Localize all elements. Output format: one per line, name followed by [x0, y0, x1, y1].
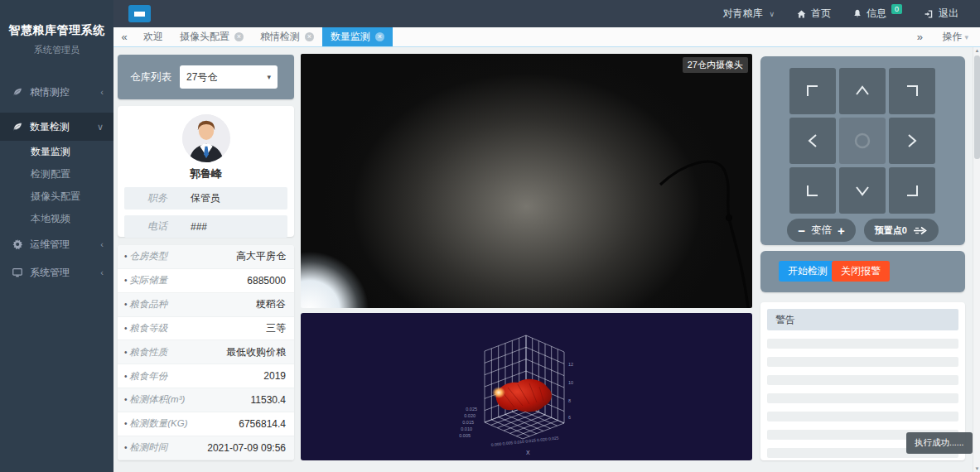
- detail-value: 2021-07-09 09:56: [207, 442, 286, 454]
- pan-up-left-button[interactable]: [789, 68, 836, 114]
- logout-link[interactable]: 退出: [924, 7, 958, 21]
- detail-row: 粮食性质最低收购价粮: [118, 340, 294, 364]
- topbar: 对青粮库 ∨ 首页 信息 0 退出: [113, 0, 980, 27]
- svg-text:0.005: 0.005: [459, 433, 471, 438]
- home-icon: [796, 9, 807, 19]
- svg-text:6: 6: [568, 415, 571, 420]
- sidebar-item-ops-management[interactable]: 运维管理 ‹: [0, 230, 113, 258]
- detail-row: 粮食年份2019: [118, 364, 294, 388]
- depot-name: 对青粮库: [722, 7, 762, 21]
- scroll-up-icon[interactable]: ▲: [973, 48, 980, 53]
- sidebar-item-system-management[interactable]: 系统管理 ‹: [0, 258, 113, 287]
- detail-value: 2019: [263, 370, 286, 382]
- sidebar-subitem-detection-config[interactable]: 检测配置: [0, 163, 113, 185]
- detail-value: 6756814.4: [239, 418, 286, 430]
- keeper-name: 郭鲁峰: [118, 166, 294, 181]
- close-icon[interactable]: ×: [234, 32, 244, 41]
- red-surface: [492, 379, 552, 412]
- tabbar: « 欢迎 摄像头配置 × 粮情检测 × 数量监测 × » 操作 ▾: [113, 27, 980, 47]
- messages-link[interactable]: 信息 0: [852, 7, 902, 21]
- tab-scroll-right-button[interactable]: »: [909, 31, 930, 43]
- sidebar-item-grain-condition[interactable]: 粮情测控 ‹: [0, 78, 113, 106]
- zoom-control-button[interactable]: − 变倍 +: [787, 219, 856, 242]
- camera-video-feed[interactable]: 27仓内摄像头: [301, 54, 752, 308]
- svg-text:0.010: 0.010: [461, 426, 472, 431]
- warehouse-selected-value: 27号仓: [186, 70, 264, 84]
- detail-row: 检测数量(KG)6756814.4: [118, 412, 294, 436]
- messages-count-badge: 0: [891, 4, 902, 14]
- operation-dropdown[interactable]: 操作 ▾: [930, 30, 980, 44]
- scrollbar-thumb[interactable]: [974, 55, 980, 159]
- preset-button[interactable]: 预置点0: [864, 219, 939, 242]
- detail-value: 11530.4: [251, 394, 287, 406]
- detection-action-panel: 开始检测 关闭报警: [760, 251, 965, 292]
- corner-up-right-icon: [901, 80, 923, 102]
- warehouse-list-label: 仓库列表: [130, 70, 171, 84]
- sidebar-subitem-local-video[interactable]: 本地视频: [0, 208, 113, 230]
- tab-welcome[interactable]: 欢迎: [135, 27, 171, 46]
- pan-down-right-button[interactable]: [889, 167, 935, 214]
- pan-down-button[interactable]: [839, 167, 886, 214]
- sidebar-subitem-camera-config[interactable]: 摄像头配置: [0, 185, 113, 208]
- chevron-down-icon: ∨: [769, 10, 775, 18]
- scroll-down-icon[interactable]: ▼: [973, 466, 980, 471]
- detail-label: 检测时间: [124, 441, 167, 454]
- sidebar-item-quantity-detection[interactable]: 数量检测 ∨: [0, 113, 113, 141]
- sidebar-menu: 粮情测控 ‹ 数量检测 ∨ 数量监测 检测配置 摄像头配置 本地视频 运维管理 …: [0, 78, 113, 287]
- leaf-icon: [12, 121, 23, 132]
- person-avatar-image: [182, 114, 230, 162]
- detail-label: 实际储量: [124, 274, 167, 287]
- detail-row: 粮食品种粳稻谷: [118, 293, 294, 317]
- tab-scroll-left-button[interactable]: «: [113, 27, 135, 46]
- keeper-row-value: ###: [191, 221, 207, 233]
- tab-label: 数量监测: [331, 30, 370, 44]
- gear-icon: [12, 238, 23, 250]
- ptz-direction-pad: [789, 68, 935, 214]
- vertical-scrollbar[interactable]: ▲ ▼: [973, 47, 980, 472]
- pan-down-left-button[interactable]: [789, 167, 836, 214]
- tab-camera-config[interactable]: 摄像头配置 ×: [171, 27, 252, 46]
- sidebar: 智慧粮库管理系统 系统管理员 粮情测控 ‹ 数量检测 ∨ 数量监测 检测配置 摄…: [0, 0, 113, 472]
- goto-arrow-icon: [913, 226, 928, 235]
- tab-grain-detection[interactable]: 粮情检测 ×: [252, 27, 322, 46]
- home-link[interactable]: 首页: [796, 7, 831, 21]
- zoom-out-icon[interactable]: −: [798, 224, 805, 237]
- menu-toggle-button[interactable]: [128, 5, 151, 22]
- warning-row: [767, 412, 958, 421]
- close-icon[interactable]: ×: [375, 32, 384, 41]
- pan-up-right-button[interactable]: [889, 68, 935, 114]
- sidebar-item-label: 运维管理: [30, 238, 70, 252]
- preset-label: 预置点0: [875, 224, 907, 237]
- sidebar-subitem-quantity-monitor[interactable]: 数量监测: [0, 141, 113, 163]
- pan-up-button[interactable]: [839, 68, 886, 114]
- keeper-row-label: 职务: [147, 191, 191, 205]
- svg-text:12: 12: [568, 362, 573, 367]
- warning-header: 警告: [767, 309, 958, 330]
- svg-text:0.025: 0.025: [466, 407, 477, 412]
- close-icon[interactable]: ×: [305, 32, 314, 41]
- svg-text:0.000 0.005 0.010 0.015 0.020: 0.000 0.005 0.010 0.015 0.020 0.025: [490, 435, 558, 447]
- pan-right-button[interactable]: [889, 118, 935, 164]
- logout-icon: [924, 9, 934, 19]
- pan-left-button[interactable]: [789, 118, 836, 164]
- x-axis-label: X: [526, 450, 530, 455]
- chevron-left-icon: ‹: [100, 239, 104, 249]
- depot-dropdown[interactable]: 对青粮库 ∨: [722, 7, 775, 21]
- tab-quantity-monitor[interactable]: 数量监测 ×: [322, 27, 393, 46]
- 3d-volume-plot[interactable]: 0.025 0.020 0.015 0.010 0.005 12 10 8 6 …: [301, 313, 752, 460]
- warehouse-select[interactable]: 27号仓 ▾: [180, 65, 278, 89]
- corner-up-left-icon: [802, 80, 823, 102]
- cable-overlay: [301, 54, 752, 308]
- detail-row: 检测时间2021-07-09 09:56: [118, 436, 294, 460]
- close-alarm-button[interactable]: 关闭报警: [832, 261, 890, 282]
- start-detection-button[interactable]: 开始检测: [779, 261, 837, 282]
- warning-row: [767, 393, 958, 403]
- detail-label: 粮食等级: [124, 322, 167, 335]
- warehouse-select-panel: 仓库列表 27号仓 ▾: [118, 55, 294, 99]
- zoom-in-icon[interactable]: +: [838, 224, 845, 237]
- corner-down-left-icon: [802, 180, 823, 201]
- zoom-label: 变倍: [811, 224, 832, 238]
- ptz-home-button[interactable]: [839, 118, 886, 164]
- sidebar-item-label: 粮情测控: [30, 85, 70, 99]
- detail-label: 粮食年份: [124, 370, 167, 383]
